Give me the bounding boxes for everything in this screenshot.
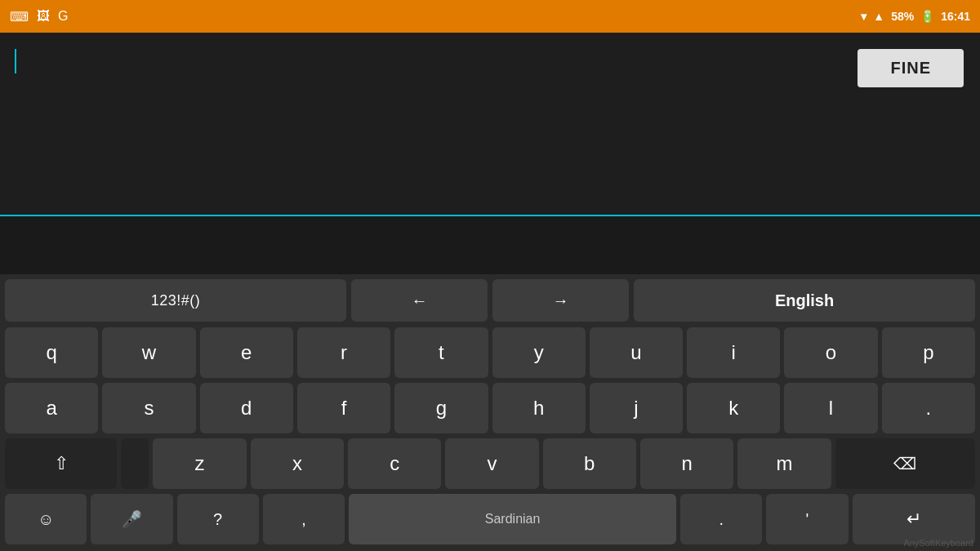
numbers-key[interactable]: 123!#() — [5, 279, 346, 322]
mic-key[interactable]: 🎤 — [91, 494, 172, 544]
key-k[interactable]: k — [687, 383, 780, 433]
keyboard-icon: ⌨ — [10, 9, 29, 24]
key-y[interactable]: y — [492, 327, 586, 378]
keyboard-row-3: ⇧ z x c v b n m ⌫ — [0, 436, 980, 491]
key-r[interactable]: r — [297, 327, 390, 378]
arrow-right-key[interactable]: → — [492, 279, 629, 322]
text-cursor — [15, 49, 16, 73]
key-m[interactable]: m — [737, 438, 831, 489]
keyboard-top-row: 123!#() ← → English — [0, 274, 980, 325]
key-b[interactable]: b — [543, 438, 636, 489]
key-p[interactable]: p — [882, 327, 975, 378]
key-c[interactable]: c — [348, 438, 441, 489]
key-n[interactable]: n — [640, 438, 733, 489]
text-input-area[interactable]: FINE — [0, 33, 980, 216]
watermark: AnySoftKeyboard — [903, 538, 973, 548]
key-d[interactable]: d — [200, 383, 293, 433]
key-x[interactable]: x — [251, 438, 344, 489]
grammarly-icon: G — [58, 9, 68, 24]
time-display: 16:41 — [941, 10, 970, 23]
language-key[interactable]: English — [634, 279, 975, 322]
key-e[interactable]: e — [200, 327, 293, 378]
keyboard-bottom-row: ☺ 🎤 ? , Sardinian . ' ↵ — [0, 491, 980, 551]
key-i[interactable]: i — [687, 327, 780, 378]
key-a[interactable]: a — [5, 383, 98, 433]
spacer-left — [121, 438, 149, 489]
key-v[interactable]: v — [445, 438, 538, 489]
key-u[interactable]: u — [590, 327, 683, 378]
wifi-icon: ▾ — [861, 10, 866, 23]
key-s[interactable]: s — [102, 383, 195, 433]
key-g[interactable]: g — [394, 383, 488, 433]
status-left-icons: ⌨ 🖼 G — [10, 9, 68, 24]
status-right-info: ▾ ▲ 58% 🔋 16:41 — [861, 10, 970, 23]
keyboard: 123!#() ← → English q w e r t y u i o p … — [0, 274, 980, 551]
space-key[interactable]: Sardinian — [349, 494, 676, 544]
key-t[interactable]: t — [394, 327, 488, 378]
arrow-left-key[interactable]: ← — [351, 279, 488, 322]
battery-icon: 🔋 — [920, 10, 934, 23]
battery-percent: 58% — [891, 10, 914, 23]
key-period[interactable]: . — [882, 383, 975, 433]
image-icon: 🖼 — [37, 9, 50, 24]
status-bar: ⌨ 🖼 G ▾ ▲ 58% 🔋 16:41 — [0, 0, 980, 33]
enter-key[interactable]: ↵ — [853, 494, 975, 544]
key-j[interactable]: j — [590, 383, 683, 433]
key-w[interactable]: w — [102, 327, 195, 378]
question-key[interactable]: ? — [177, 494, 259, 544]
key-f[interactable]: f — [297, 383, 390, 433]
key-l[interactable]: l — [784, 383, 877, 433]
keyboard-row-2: a s d f g h j k l . — [0, 380, 980, 436]
signal-icon: ▲ — [873, 10, 884, 23]
backspace-key[interactable]: ⌫ — [835, 438, 975, 489]
quote-key[interactable]: ' — [766, 494, 848, 544]
comma-key[interactable]: , — [263, 494, 345, 544]
fine-button[interactable]: FINE — [858, 49, 964, 87]
shift-key[interactable]: ⇧ — [5, 438, 117, 489]
period-small-key[interactable]: . — [680, 494, 762, 544]
key-q[interactable]: q — [5, 327, 98, 378]
key-h[interactable]: h — [492, 383, 586, 433]
key-o[interactable]: o — [784, 327, 877, 378]
emoji-key[interactable]: ☺ — [5, 494, 87, 544]
key-z[interactable]: z — [153, 438, 246, 489]
keyboard-row-1: q w e r t y u i o p — [0, 325, 980, 380]
